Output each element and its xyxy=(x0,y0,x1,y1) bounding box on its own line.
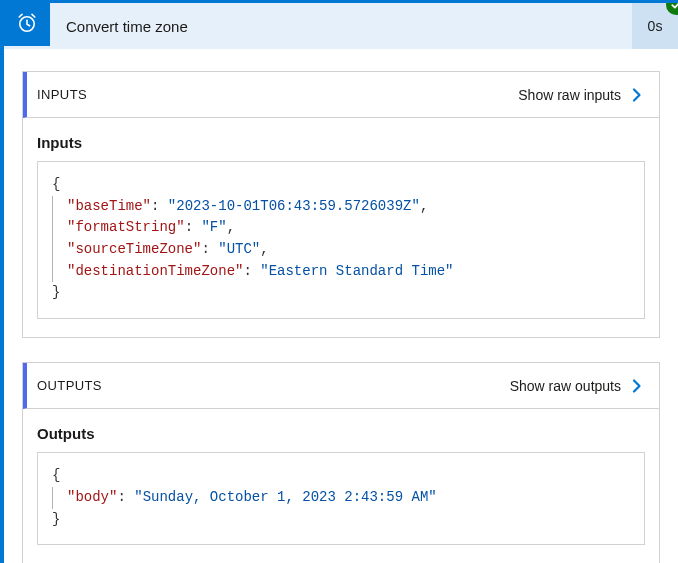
inputs-json-box: { "baseTime": "2023-10-01T06:43:59.57260… xyxy=(37,161,645,319)
json-key: "body" xyxy=(67,489,117,505)
json-value: "Sunday, October 1, 2023 2:43:59 AM" xyxy=(134,489,436,505)
inputs-header-title: INPUTS xyxy=(37,87,518,102)
outputs-panel-header: OUTPUTS Show raw outputs xyxy=(23,363,659,409)
inputs-panel: INPUTS Show raw inputs Inputs { "baseTim… xyxy=(22,71,660,338)
chevron-right-icon[interactable] xyxy=(629,378,645,394)
content-area: INPUTS Show raw inputs Inputs { "baseTim… xyxy=(4,49,678,563)
outputs-header-title: OUTPUTS xyxy=(37,378,510,393)
outputs-panel-body: Outputs { "body": "Sunday, October 1, 20… xyxy=(23,409,659,563)
json-value: "UTC" xyxy=(218,241,260,257)
inputs-body-title: Inputs xyxy=(37,134,645,151)
json-value: "F" xyxy=(201,219,226,235)
inputs-panel-body: Inputs { "baseTime": "2023-10-01T06:43:5… xyxy=(23,118,659,337)
json-value: "Eastern Standard Time" xyxy=(260,263,453,279)
action-header: Convert time zone 0s xyxy=(4,3,678,49)
alarm-clock-icon xyxy=(4,0,50,46)
json-key: "baseTime" xyxy=(67,198,151,214)
json-value: "2023-10-01T06:43:59.5726039Z" xyxy=(168,198,420,214)
outputs-panel: OUTPUTS Show raw outputs Outputs { "body… xyxy=(22,362,660,563)
outputs-body-title: Outputs xyxy=(37,425,645,442)
action-title: Convert time zone xyxy=(50,3,632,49)
show-raw-outputs-link[interactable]: Show raw outputs xyxy=(510,378,621,394)
json-key: "destinationTimeZone" xyxy=(67,263,243,279)
outputs-json-box: { "body": "Sunday, October 1, 2023 2:43:… xyxy=(37,452,645,545)
inputs-panel-header: INPUTS Show raw inputs xyxy=(23,72,659,118)
json-key: "formatString" xyxy=(67,219,185,235)
json-key: "sourceTimeZone" xyxy=(67,241,201,257)
show-raw-inputs-link[interactable]: Show raw inputs xyxy=(518,87,621,103)
chevron-right-icon[interactable] xyxy=(629,87,645,103)
